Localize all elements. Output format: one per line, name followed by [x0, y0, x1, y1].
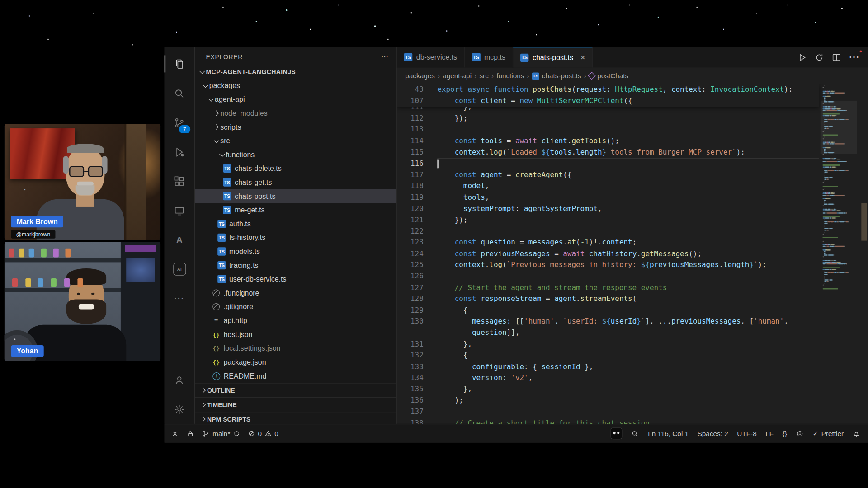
tree-item-local.settings.json[interactable]: {}local.settings.json [195, 342, 396, 356]
tree-item-src[interactable]: src [195, 134, 396, 148]
code-line-116[interactable]: 116 [397, 158, 819, 169]
formatter-status[interactable]: ✓ Prettier [812, 429, 844, 437]
breadcrumb-item[interactable]: postChats [589, 72, 628, 80]
source-control-icon[interactable]: 7 [165, 108, 194, 137]
code-line-134[interactable]: 134 version: 'v2', [397, 372, 819, 384]
code-line-117[interactable]: 117 const agent = createAgent({ [397, 169, 819, 181]
eol-indicator[interactable]: LF [765, 430, 774, 437]
code-line-126[interactable]: 126 [397, 271, 819, 282]
code-line-128[interactable]: 128 const responseStream = agent.streamE… [397, 293, 819, 305]
code-line-135[interactable]: 135 }, [397, 384, 819, 395]
breadcrumb-item[interactable]: functions [496, 72, 524, 80]
tree-item-fs-history.ts[interactable]: TSfs-history.ts [195, 231, 396, 245]
tab-mcp.ts[interactable]: TSmcp.ts [465, 47, 513, 67]
run-button[interactable] [798, 53, 807, 62]
copilot-icon[interactable] [611, 428, 623, 440]
code-line-137[interactable]: 137 [397, 406, 819, 418]
tree-item-scripts[interactable]: scripts [195, 120, 396, 134]
code-line-127[interactable]: 127 // Start the agent and stream the re… [397, 282, 819, 293]
tree-item-chats-post.ts[interactable]: TSchats-post.ts [195, 189, 396, 203]
code-line-112[interactable]: 112 }); [397, 113, 819, 124]
tree-item-packages[interactable]: packages [195, 79, 396, 93]
sidebar-section-npm-scripts[interactable]: NPM SCRIPTS [195, 412, 396, 424]
code-line-138[interactable]: 138 // Create a short title for this cha… [397, 418, 819, 424]
tree-item-api.http[interactable]: ≡api.http [195, 314, 396, 328]
extensions-icon[interactable] [165, 167, 194, 196]
tree-item-agent-api[interactable]: agent-api [195, 92, 396, 106]
tree-item-auth.ts[interactable]: TSauth.ts [195, 217, 396, 231]
account-icon[interactable] [165, 365, 194, 394]
tree-item-package.json[interactable]: {}package.json [195, 355, 396, 369]
tree-item-chats-get.ts[interactable]: TSchats-get.ts [195, 175, 396, 189]
code-line-122[interactable]: 122 [397, 225, 819, 237]
run-debug-icon[interactable] [165, 137, 194, 167]
problems-indicator[interactable]: 0 0 [248, 430, 278, 437]
breadcrumb-item[interactable]: src [479, 72, 488, 80]
code-line-119[interactable]: 119 tools, [397, 192, 819, 203]
more-actions-icon[interactable]: ··· [382, 54, 389, 61]
minimap[interactable] [821, 84, 857, 424]
code-line-129[interactable]: 129 { [397, 305, 819, 316]
tab-chats-post.ts[interactable]: TSchats-post.ts× [513, 47, 593, 67]
remote-explorer-icon[interactable] [165, 196, 194, 225]
language-mode[interactable]: {} [783, 430, 787, 437]
more-actions-button[interactable]: ··· [849, 52, 859, 62]
tree-item-chats-delete.ts[interactable]: TSchats-delete.ts [195, 162, 396, 176]
breadcrumb-item[interactable]: TSchats-post.ts [532, 72, 581, 80]
sync-icon[interactable] [233, 430, 240, 437]
encoding[interactable]: UTF-8 [737, 430, 756, 437]
tree-item-functions[interactable]: functions [195, 148, 396, 162]
code-line-wrap[interactable]: question]], [397, 327, 819, 338]
search-status-icon[interactable] [631, 430, 639, 437]
code-line-107[interactable]: 107 const client = new MultiServerMCPCli… [397, 95, 819, 107]
tree-item-user-db-service.ts[interactable]: TSuser-db-service.ts [195, 272, 396, 286]
close-icon[interactable]: × [580, 54, 585, 61]
tree-item-.funcignore[interactable]: .funcignore [195, 286, 396, 300]
settings-gear-icon[interactable] [165, 394, 194, 424]
scrollbar-thumb[interactable] [861, 203, 867, 240]
refresh-icon[interactable] [815, 53, 824, 62]
tree-item-.gitignore[interactable]: .gitignore [195, 300, 396, 314]
project-section-header[interactable]: MCP-AGENT-LANGCHAINJS [195, 65, 396, 79]
genai-icon[interactable]: AI [165, 254, 194, 284]
remote-indicator-icon[interactable] [171, 430, 179, 437]
code-line-132[interactable]: 132 { [397, 350, 819, 361]
tree-item-tracing.ts[interactable]: TStracing.ts [195, 258, 396, 272]
tab-db-service.ts[interactable]: TSdb-service.ts [397, 47, 465, 67]
code-line-120[interactable]: 120 systemPrompt: agentSystemPrompt, [397, 203, 819, 215]
code-editor[interactable]: 111 },112 });113114 const tools = await … [397, 84, 868, 424]
code-line-124[interactable]: 124 const previousMessages = await chatH… [397, 248, 819, 259]
tree-item-host.json[interactable]: {}host.json [195, 328, 396, 342]
branch-indicator[interactable]: main* [202, 430, 240, 437]
code-line-114[interactable]: 114 const tools = await client.getTools(… [397, 136, 819, 147]
feedback-smiley-icon[interactable] [796, 430, 804, 437]
code-line-123[interactable]: 123 const question = messages.at(-1)!.co… [397, 237, 819, 248]
code-line-113[interactable]: 113 [397, 124, 819, 136]
search-icon[interactable] [165, 79, 194, 108]
explorer-icon[interactable] [165, 49, 194, 79]
scrollbar[interactable] [860, 84, 868, 424]
split-editor-button[interactable] [832, 53, 841, 62]
code-line-125[interactable]: 125 context.log(`Previous messages in hi… [397, 259, 819, 271]
cursor-position[interactable]: Ln 116, Col 1 [648, 430, 689, 437]
breadcrumb-item[interactable]: agent-api [443, 72, 472, 80]
code-line-130[interactable]: 130 messages: [['human', `userId: ${user… [397, 316, 819, 327]
code-line-133[interactable]: 133 configurable: { sessionId }, [397, 361, 819, 372]
breadcrumb-item[interactable]: packages [405, 72, 435, 80]
tree-item-me-get.ts[interactable]: TSme-get.ts [195, 203, 396, 217]
code-line-118[interactable]: 118 model, [397, 181, 819, 192]
tree-item-README.md[interactable]: iREADME.md [195, 369, 396, 383]
notifications-bell-icon[interactable] [853, 430, 860, 437]
sidebar-section-outline[interactable]: OUTLINE [195, 383, 396, 397]
lock-icon[interactable] [187, 430, 194, 437]
azure-icon[interactable]: A [165, 225, 194, 254]
code-line-115[interactable]: 115 context.log(`Loaded ${tools.length} … [397, 147, 819, 158]
tree-item-models.ts[interactable]: TSmodels.ts [195, 244, 396, 258]
code-line-131[interactable]: 131 }, [397, 338, 819, 350]
code-line-43[interactable]: 43export async function postChats(reques… [397, 84, 819, 95]
indentation[interactable]: Spaces: 2 [698, 430, 728, 437]
code-line-121[interactable]: 121 }); [397, 214, 819, 225]
code-line-136[interactable]: 136 ); [397, 395, 819, 406]
more-views-icon[interactable]: ··· [165, 284, 194, 313]
tree-item-node_modules[interactable]: node_modules [195, 106, 396, 120]
